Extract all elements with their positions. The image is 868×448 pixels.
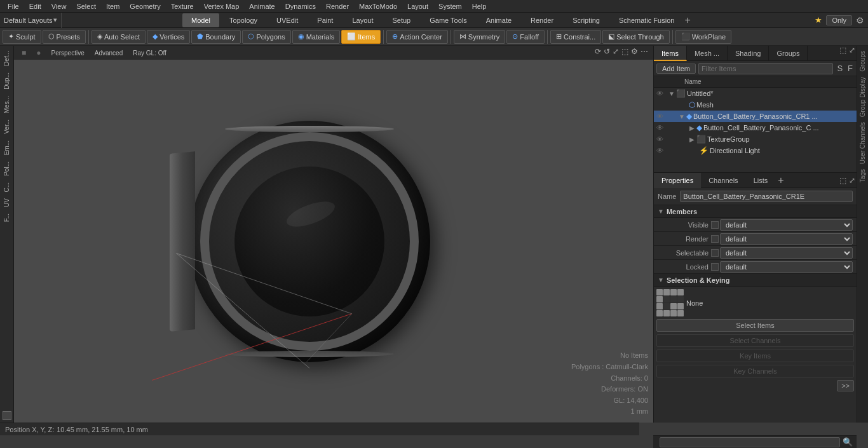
tab-topology[interactable]: Topology: [220, 13, 266, 27]
sidebar-tab-def[interactable]: Def...: [2, 48, 11, 69]
viewport-canvas[interactable]: No Items Polygons : Catmull-Clark Channe…: [14, 60, 653, 423]
expand-untitled[interactable]: ▼: [668, 90, 675, 97]
menu-dynamics[interactable]: Dynamics: [280, 0, 321, 13]
filter-items-input[interactable]: [698, 63, 833, 74]
props-tab-lists[interactable]: Lists: [746, 173, 776, 188]
tab-paint[interactable]: Paint: [308, 13, 342, 27]
select-channels-btn[interactable]: Select Channels: [656, 334, 854, 347]
panel-detach-icon[interactable]: ⤢: [848, 46, 857, 60]
edge-tab-tags[interactable]: Tags: [858, 166, 867, 185]
props-tab-properties[interactable]: Properties: [654, 173, 701, 188]
boundary-button[interactable]: ⬟ Boundary: [191, 30, 241, 44]
sidebar-tab-uv[interactable]: UV: [2, 196, 11, 210]
add-layout-btn[interactable]: +: [684, 15, 690, 26]
menu-geometry[interactable]: Geometry: [125, 0, 165, 13]
expand-battery1[interactable]: ▼: [679, 113, 685, 120]
sidebar-collapse-btn[interactable]: [3, 411, 11, 420]
viewport-icon-settings[interactable]: ⚙: [631, 47, 638, 56]
key-items-btn[interactable]: Key Items: [656, 350, 854, 362]
viewport-view-mode[interactable]: Advanced: [91, 49, 126, 57]
filter-search-icon[interactable]: S: [836, 64, 844, 73]
panel-tab-shading[interactable]: Shading: [728, 46, 769, 61]
render-checkbox[interactable]: [711, 235, 719, 243]
edge-tab-user-channels[interactable]: User Channels: [858, 119, 867, 166]
locked-checkbox[interactable]: [711, 263, 719, 271]
items-tree[interactable]: 👁 ▼ ⬛ Untitled* 👁 ⬡ Mesh 👁: [654, 88, 857, 172]
layout-selector[interactable]: Default Layouts ▾: [0, 13, 62, 28]
panel-tab-items[interactable]: Items: [654, 46, 687, 61]
polygons-button[interactable]: ⬡ Polygons: [242, 30, 290, 44]
viewport-ray-gl[interactable]: Ray GL: Off: [129, 49, 170, 57]
viewport[interactable]: ■ ● Perspective Advanced Ray GL: Off ⟳ ↺…: [14, 46, 653, 423]
sidebar-tab-dup[interactable]: Dup...: [2, 70, 11, 92]
eye-icon-battery2[interactable]: 👁: [656, 124, 663, 132]
sidebar-tab-pol[interactable]: Pol...: [2, 159, 11, 179]
add-props-tab-btn[interactable]: +: [775, 173, 786, 188]
falloff-button[interactable]: ⊙ Falloff: [506, 30, 545, 44]
viewport-view-type[interactable]: Perspective: [48, 49, 88, 57]
expand-texturegroup[interactable]: ▶: [689, 136, 695, 143]
menu-item[interactable]: Item: [101, 0, 125, 13]
select-through-button[interactable]: ⬕ Select Through: [602, 30, 669, 44]
viewport-dot-btn[interactable]: ●: [32, 48, 44, 58]
menu-edit[interactable]: Edit: [24, 0, 46, 13]
presets-button[interactable]: ⬡ Presets: [43, 30, 86, 44]
props-expand-icon[interactable]: ⬚: [838, 176, 848, 185]
star-icon[interactable]: ★: [815, 15, 822, 25]
viewport-icon-zoom[interactable]: ⤢: [613, 47, 619, 56]
vertices-button[interactable]: ◆ Vertices: [147, 30, 190, 44]
menu-file[interactable]: File: [3, 0, 24, 13]
symmetry-button[interactable]: ⋈ Symmetry: [454, 30, 506, 44]
menu-system[interactable]: System: [433, 0, 467, 13]
settings-icon[interactable]: ⚙: [856, 15, 864, 25]
tab-render[interactable]: Render: [522, 13, 562, 27]
sidebar-tab-vert[interactable]: Ver...: [2, 117, 11, 137]
key-channels-btn[interactable]: Key Channels: [656, 365, 854, 377]
viewport-expand-btn[interactable]: ■: [18, 48, 30, 58]
selectable-checkbox[interactable]: [711, 249, 719, 257]
menu-view[interactable]: View: [46, 0, 72, 13]
edge-tab-groups[interactable]: Groups: [858, 48, 867, 74]
eye-icon-light[interactable]: 👁: [656, 147, 663, 154]
only-button[interactable]: Only: [826, 15, 852, 25]
edge-tab-group-display[interactable]: Group Display: [858, 74, 867, 119]
sidebar-tab-mesh[interactable]: Mes...: [2, 93, 11, 116]
workplane-button[interactable]: ⬛ WorkPlane: [675, 30, 732, 44]
panel-tab-mesh[interactable]: Mesh ...: [687, 46, 728, 61]
tab-animate[interactable]: Animate: [477, 13, 520, 27]
add-item-button[interactable]: Add Item: [656, 64, 696, 74]
visible-checkbox[interactable]: [711, 221, 719, 229]
locked-select[interactable]: default: [720, 261, 853, 273]
menu-maxtomodo[interactable]: MaxToModo: [354, 0, 402, 13]
menu-select[interactable]: Select: [71, 0, 101, 13]
sidebar-tab-f[interactable]: F...: [2, 211, 11, 224]
viewport-icon-more[interactable]: ⋯: [641, 47, 648, 56]
members-section-header[interactable]: ▼ Members: [654, 205, 857, 218]
expand-battery2[interactable]: ▶: [689, 125, 695, 132]
eye-icon-battery1[interactable]: 👁: [656, 112, 663, 120]
menu-help[interactable]: Help: [467, 0, 492, 13]
select-items-btn[interactable]: Select Items: [656, 319, 854, 332]
viewport-icon-orbit[interactable]: ⟳: [595, 47, 601, 56]
viewport-icon-frame[interactable]: ⬚: [621, 47, 628, 56]
layout-dropdown-icon[interactable]: ▾: [53, 16, 57, 24]
tab-game-tools[interactable]: Game Tools: [421, 13, 476, 27]
menu-vertex-map[interactable]: Vertex Map: [199, 0, 245, 13]
visible-select[interactable]: default: [720, 219, 853, 231]
viewport-icon-pan[interactable]: ↺: [604, 47, 610, 56]
panel-expand-icon[interactable]: ⬚: [838, 46, 848, 60]
tab-layout[interactable]: Layout: [343, 13, 382, 27]
tab-uvedit[interactable]: UVEdit: [268, 13, 307, 27]
command-input[interactable]: [660, 437, 840, 447]
eye-icon-untitled[interactable]: 👁: [656, 90, 663, 97]
tree-item-untitled[interactable]: 👁 ▼ ⬛ Untitled*: [654, 88, 857, 99]
menu-render[interactable]: Render: [321, 0, 354, 13]
tree-item-battery2[interactable]: 👁 ▶ ◆ Button_Cell_Battery_Panasonic_C ..…: [654, 122, 857, 133]
auto-select-button[interactable]: ◈ Auto Select: [92, 30, 146, 44]
menu-layout[interactable]: Layout: [402, 0, 433, 13]
menu-texture[interactable]: Texture: [166, 0, 199, 13]
name-input[interactable]: [680, 191, 853, 202]
sidebar-tab-em[interactable]: Em...: [2, 138, 11, 158]
constraints-button[interactable]: ⊞ Constrai...: [550, 30, 601, 44]
tree-item-texturegroup[interactable]: 👁 ▶ ⬛ TextureGroup: [654, 133, 857, 145]
